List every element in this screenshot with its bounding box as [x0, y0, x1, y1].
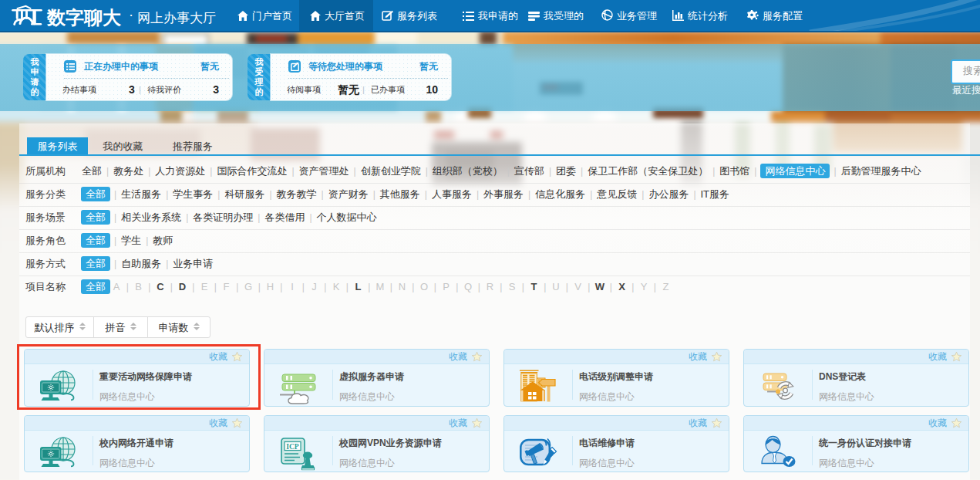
- svg-text:ICP: ICP: [286, 443, 299, 451]
